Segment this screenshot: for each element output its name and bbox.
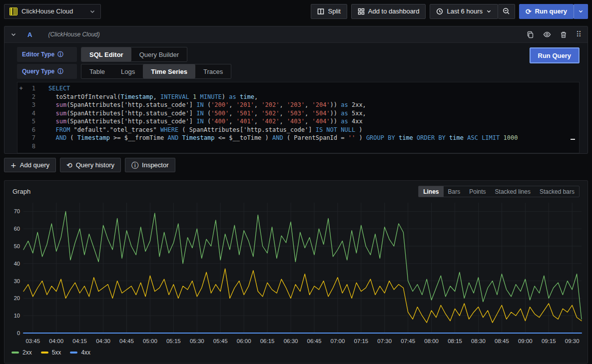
legend-item-5xx[interactable]: 5xx [41, 349, 61, 356]
remove-query-button[interactable] [560, 31, 567, 38]
series-line-2xx [23, 211, 582, 319]
datasource-picker[interactable]: ClickHouse Cloud [4, 4, 101, 19]
editor-type-label: Editor Type ⓘ [17, 47, 77, 62]
legend-item-4xx[interactable]: 4xx [70, 349, 90, 356]
graph-panel-header: Graph LinesBarsPointsStacked linesStacke… [8, 186, 584, 197]
add-to-dashboard-button[interactable]: Add to dashboard [351, 4, 426, 19]
x-tick-label: 06:30 [284, 338, 298, 344]
line-number: 4 [24, 109, 35, 118]
clickhouse-logo-icon [9, 7, 17, 15]
gutter [17, 134, 24, 142]
add-query-button[interactable]: + Add query [4, 158, 56, 172]
y-tick-label: 20 [14, 295, 20, 301]
run-query-button[interactable]: ⟳ Run query [519, 4, 574, 19]
query-type-option-table[interactable]: Table [81, 64, 113, 78]
query-row-header[interactable]: A (ClickHouse Cloud) ⠿ [4, 26, 588, 43]
x-tick-label: 06:00 [237, 338, 251, 344]
code-line[interactable]: +1SELECT [17, 84, 579, 93]
time-range-button[interactable]: Last 6 hours [430, 4, 498, 19]
y-tick-label: 0 [17, 330, 20, 336]
timeseries-chart[interactable]: 01020304050607003:4504:0004:1504:3004:45… [8, 200, 585, 348]
legend-item-2xx[interactable]: 2xx [11, 349, 32, 356]
editor-type-options: SQL EditorQuery Builder [81, 47, 187, 62]
x-tick-label: 05:15 [166, 338, 181, 344]
line-number: 1 [24, 84, 35, 93]
y-tick-label: 50 [14, 243, 20, 249]
x-tick-label: 05:00 [143, 338, 157, 344]
code-line[interactable]: 7 AND ( Timestamp >= $__fromTime AND Tim… [17, 134, 579, 142]
chevron-down-icon [578, 8, 584, 14]
x-tick-label: 05:45 [213, 338, 228, 344]
x-tick-label: 08:45 [495, 338, 509, 344]
display-mode-option-stacked-lines[interactable]: Stacked lines [491, 186, 535, 197]
code-line[interactable]: 8 [17, 142, 579, 151]
y-tick-label: 70 [14, 208, 20, 214]
split-label: Split [328, 7, 340, 15]
display-mode-option-points[interactable]: Points [465, 186, 490, 197]
display-mode-options: LinesBarsPointsStacked linesStacked bars [418, 186, 580, 197]
eye-icon [543, 30, 551, 38]
gutter-plus-icon[interactable]: + [17, 84, 24, 93]
x-tick-label: 08:00 [424, 338, 439, 344]
legend-swatch-4xx [70, 352, 77, 354]
code-line[interactable]: 4 sum(SpanAttributes['http.status_code']… [17, 109, 579, 118]
legend-label-4xx: 4xx [81, 349, 90, 356]
add-query-label: Add query [20, 161, 49, 169]
run-query-caret-button[interactable] [574, 4, 588, 19]
x-tick-label: 09:00 [518, 338, 533, 344]
chevron-down-icon [486, 8, 492, 14]
collapse-chevron-icon[interactable] [10, 31, 16, 37]
x-tick-label: 06:45 [307, 338, 322, 344]
display-mode-option-bars[interactable]: Bars [444, 186, 465, 197]
sql-code-editor[interactable]: +1SELECT2 toStartOfInterval(Timestamp, I… [17, 82, 580, 153]
code-lines: +1SELECT2 toStartOfInterval(Timestamp, I… [17, 84, 579, 150]
x-tick-label: 07:30 [377, 338, 392, 344]
query-type-option-time-series[interactable]: Time Series [143, 64, 195, 78]
query-row-actions: ⠿ [527, 30, 582, 38]
panel-run-query-button[interactable]: Run Query [530, 47, 580, 63]
line-number: 2 [24, 93, 35, 101]
info-icon[interactable]: ⓘ [57, 67, 63, 76]
info-icon[interactable]: ⓘ [57, 50, 63, 59]
query-datasource-hint: (ClickHouse Cloud) [48, 31, 99, 38]
x-tick-label: 07:15 [354, 338, 368, 344]
hide-response-button[interactable] [543, 30, 551, 38]
display-mode-option-lines[interactable]: Lines [419, 186, 443, 197]
code-line[interactable]: 2 toStartOfInterval(Timestamp, INTERVAL … [17, 93, 579, 101]
duplicate-query-button[interactable] [527, 31, 534, 38]
split-icon [317, 8, 324, 15]
display-mode-option-stacked-bars[interactable]: Stacked bars [535, 186, 579, 197]
drag-handle-icon[interactable]: ⠿ [576, 31, 582, 38]
chevron-down-icon [89, 8, 95, 14]
chart-legend: 2xx5xx4xx [8, 348, 584, 356]
inspector-button[interactable]: ⓘ Inspector [125, 158, 175, 172]
run-query-label: Run query [535, 7, 567, 15]
editor-type-option-query-builder[interactable]: Query Builder [131, 47, 187, 61]
query-type-option-logs[interactable]: Logs [113, 64, 143, 78]
code-text: FROM "default"."otel_traces" WHERE ( Spa… [35, 126, 579, 134]
gutter [17, 109, 24, 118]
x-tick-label: 08:15 [448, 338, 462, 344]
code-text: sum(SpanAttributes['http.status_code'] I… [35, 117, 579, 126]
code-line[interactable]: 6 FROM "default"."otel_traces" WHERE ( S… [17, 126, 579, 134]
run-query-split-button: ⟳ Run query [519, 4, 588, 19]
query-type-option-traces[interactable]: Traces [195, 64, 231, 78]
zoom-out-icon [503, 7, 510, 15]
zoom-out-time-button[interactable] [498, 4, 515, 19]
split-button[interactable]: Split [311, 4, 347, 19]
x-tick-label: 07:00 [331, 338, 345, 344]
code-line[interactable]: 3 sum(SpanAttributes['http.status_code']… [17, 101, 579, 109]
gutter [17, 101, 24, 109]
code-line[interactable]: 5 sum(SpanAttributes['http.status_code']… [17, 117, 579, 126]
query-history-button[interactable]: ⟲ Query history [60, 158, 121, 172]
gutter [17, 117, 24, 126]
graph-panel-title: Graph [12, 188, 30, 195]
query-type-options: TableLogsTime SeriesTraces [81, 64, 231, 79]
query-editor-body: Run Query Editor Type ⓘ SQL EditorQuery … [4, 43, 588, 153]
query-type-row: Query Type ⓘ TableLogsTime SeriesTraces [17, 64, 580, 79]
inspector-label: Inspector [142, 161, 168, 169]
legend-label-5xx: 5xx [52, 349, 61, 356]
editor-type-option-sql-editor[interactable]: SQL Editor [81, 47, 131, 61]
gutter [17, 93, 24, 101]
plus-icon: + [10, 162, 16, 169]
